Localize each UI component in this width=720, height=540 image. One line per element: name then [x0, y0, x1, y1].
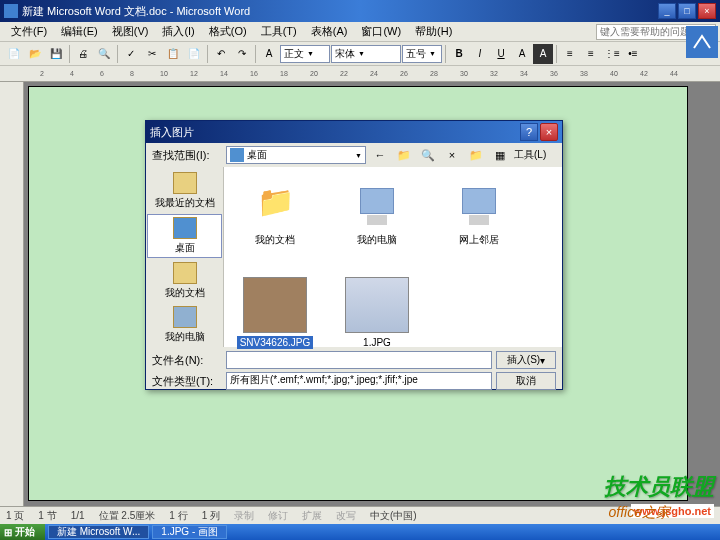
bold-icon[interactable]: B	[449, 44, 469, 64]
numbering-icon[interactable]: ⋮≡	[602, 44, 622, 64]
filename-input[interactable]	[226, 351, 492, 369]
save-icon[interactable]: 💾	[46, 44, 66, 64]
filetype-label: 文件类型(T):	[152, 374, 222, 389]
mycomputer-icon	[173, 306, 197, 328]
dialog-close-button[interactable]: ×	[540, 123, 558, 141]
places-bar: 我最近的文档 桌面 我的文档 我的电脑	[146, 167, 224, 347]
watermark-text: 技术员联盟	[604, 472, 714, 502]
underline-icon[interactable]: U	[491, 44, 511, 64]
paste-icon[interactable]: 📄	[184, 44, 204, 64]
new-folder-icon[interactable]: 📁	[466, 145, 486, 165]
recent-icon	[173, 172, 197, 194]
image-thumbnail	[345, 277, 409, 333]
place-desktop[interactable]: 桌面	[147, 214, 222, 258]
menu-window[interactable]: 窗口(W)	[354, 22, 408, 41]
menu-bar: 文件(F) 编辑(E) 视图(V) 插入(I) 格式(O) 工具(T) 表格(A…	[0, 22, 720, 42]
folder-item[interactable]: 📁 我的文档	[230, 173, 320, 253]
open-icon[interactable]: 📂	[25, 44, 45, 64]
place-mydocs[interactable]: 我的文档	[146, 259, 223, 303]
start-button[interactable]: ⊞ 开始	[0, 524, 45, 540]
menu-file[interactable]: 文件(F)	[4, 22, 54, 41]
delete-icon[interactable]: ×	[442, 145, 462, 165]
desktop-place-icon	[173, 217, 197, 239]
folder-icon: 📁	[257, 184, 294, 219]
close-button[interactable]: ×	[698, 3, 716, 19]
status-rec[interactable]: 录制	[234, 509, 254, 523]
watermark-logo-icon	[686, 26, 718, 58]
menu-help[interactable]: 帮助(H)	[408, 22, 459, 41]
font-size-dropdown[interactable]: 五号▼	[402, 45, 442, 63]
new-doc-icon[interactable]: 📄	[4, 44, 24, 64]
font-border-icon[interactable]: A	[512, 44, 532, 64]
file-item-selected[interactable]: SNV34626.JPG	[230, 277, 320, 357]
filetype-dropdown[interactable]: 所有图片(*.emf;*.wmf;*.jpg;*.jpeg;*.jfif;*.j…	[226, 372, 492, 390]
status-page: 1 页	[6, 509, 24, 523]
menu-table[interactable]: 表格(A)	[304, 22, 355, 41]
status-ovr[interactable]: 改写	[336, 509, 356, 523]
place-mycomputer[interactable]: 我的电脑	[146, 303, 223, 347]
status-ext[interactable]: 扩展	[302, 509, 322, 523]
status-page-total: 1/1	[71, 510, 85, 521]
horizontal-ruler[interactable]: 2468101214161820222426283032343638404244	[0, 66, 720, 82]
insert-button[interactable]: 插入(S) ▾	[496, 351, 556, 369]
task-item-paint[interactable]: 1.JPG - 画图	[152, 525, 227, 539]
status-line: 1 行	[169, 509, 187, 523]
search-web-icon[interactable]: 🔍	[418, 145, 438, 165]
redo-icon[interactable]: ↷	[232, 44, 252, 64]
place-recent[interactable]: 我最近的文档	[146, 169, 223, 213]
status-section: 1 节	[38, 509, 56, 523]
taskbar: ⊞ 开始 新建 Microsoft W... 1.JPG - 画图	[0, 524, 720, 540]
cut-icon[interactable]: ✂	[142, 44, 162, 64]
style-icon[interactable]: A	[259, 44, 279, 64]
computer-item[interactable]: 我的电脑	[332, 173, 422, 253]
up-folder-icon[interactable]: 📁	[394, 145, 414, 165]
desktop-icon	[230, 148, 244, 162]
menu-view[interactable]: 视图(V)	[105, 22, 156, 41]
align-left-icon[interactable]: ≡	[560, 44, 580, 64]
menu-insert[interactable]: 插入(I)	[155, 22, 201, 41]
status-lang[interactable]: 中文(中国)	[370, 509, 417, 523]
menu-edit[interactable]: 编辑(E)	[54, 22, 105, 41]
style-dropdown[interactable]: 正文▼	[280, 45, 330, 63]
status-rev[interactable]: 修订	[268, 509, 288, 523]
views-icon[interactable]: ▦	[490, 145, 510, 165]
spellcheck-icon[interactable]: ✓	[121, 44, 141, 64]
print-preview-icon[interactable]: 🔍	[94, 44, 114, 64]
standard-toolbar: 📄 📂 💾 🖨 🔍 ✓ ✂ 📋 📄 ↶ ↷ A 正文▼ 宋体▼ 五号▼ B I …	[0, 42, 720, 66]
computer-icon	[345, 173, 409, 229]
network-item[interactable]: 网上邻居	[434, 173, 524, 253]
filename-label: 文件名(N):	[152, 353, 222, 368]
insert-picture-dialog: 插入图片 ? × 查找范围(I): 桌面 ▼ ← 📁 🔍 × 📁 ▦ 工具(L)…	[145, 120, 563, 390]
status-position: 位置 2.5厘米	[99, 509, 156, 523]
maximize-button[interactable]: □	[678, 3, 696, 19]
tools-menu[interactable]: 工具(L)	[514, 148, 546, 162]
char-shading-icon[interactable]: A	[533, 44, 553, 64]
window-title: 新建 Microsoft Word 文档.doc - Microsoft Wor…	[22, 4, 656, 19]
font-dropdown[interactable]: 宋体▼	[331, 45, 401, 63]
vertical-ruler[interactable]	[0, 82, 24, 506]
print-icon[interactable]: 🖨	[73, 44, 93, 64]
watermark-brand: office之家	[609, 504, 670, 522]
undo-icon[interactable]: ↶	[211, 44, 231, 64]
bullets-icon[interactable]: •≡	[623, 44, 643, 64]
location-dropdown[interactable]: 桌面 ▼	[226, 146, 366, 164]
app-icon	[4, 4, 18, 18]
task-item-word[interactable]: 新建 Microsoft W...	[48, 525, 149, 539]
italic-icon[interactable]: I	[470, 44, 490, 64]
menu-format[interactable]: 格式(O)	[202, 22, 254, 41]
file-list[interactable]: 📁 我的文档 我的电脑 网上邻居 SNV34626.JPG 1.JPG	[224, 167, 562, 347]
dialog-title: 插入图片	[150, 125, 518, 140]
windows-logo-icon: ⊞	[4, 527, 12, 538]
copy-icon[interactable]: 📋	[163, 44, 183, 64]
dialog-help-button[interactable]: ?	[520, 123, 538, 141]
look-in-label: 查找范围(I):	[152, 148, 222, 163]
file-item[interactable]: 1.JPG	[332, 277, 422, 357]
mydocs-icon	[173, 262, 197, 284]
back-icon[interactable]: ←	[370, 145, 390, 165]
menu-tools[interactable]: 工具(T)	[254, 22, 304, 41]
network-icon	[447, 173, 511, 229]
cancel-button[interactable]: 取消	[496, 372, 556, 390]
align-center-icon[interactable]: ≡	[581, 44, 601, 64]
image-thumbnail	[243, 277, 307, 333]
minimize-button[interactable]: _	[658, 3, 676, 19]
